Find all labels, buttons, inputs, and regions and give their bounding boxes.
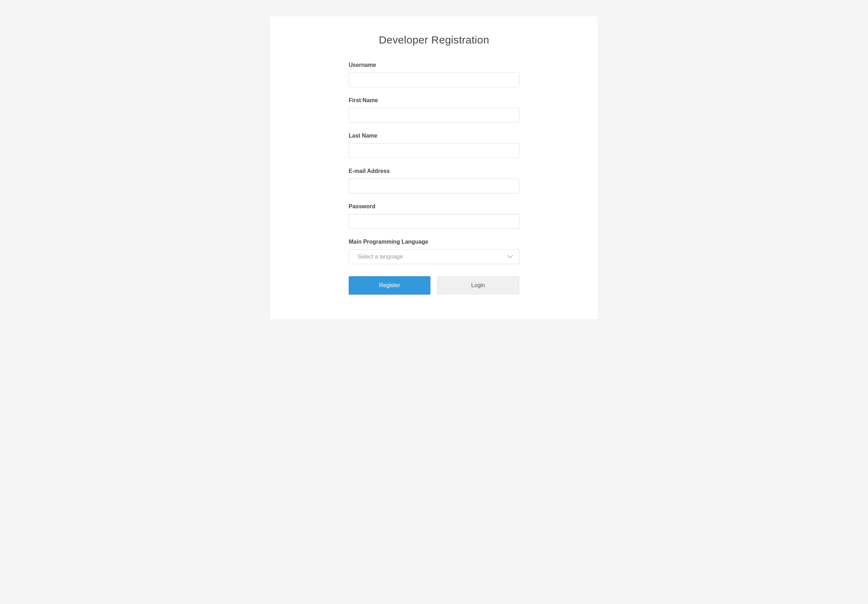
email-input[interactable]	[349, 179, 519, 193]
username-input[interactable]	[349, 73, 519, 87]
language-select[interactable]: Select a language	[349, 249, 519, 264]
password-input[interactable]	[349, 214, 519, 229]
button-row: Register Login	[349, 276, 519, 295]
registration-card: Developer Registration Username First Na…	[270, 16, 598, 320]
login-button[interactable]: Login	[437, 276, 519, 295]
register-button[interactable]: Register	[349, 276, 431, 295]
email-group: E-mail Address	[349, 168, 519, 193]
registration-form: Username First Name Last Name E-mail Add…	[349, 62, 519, 295]
page-title: Developer Registration	[270, 34, 598, 46]
first-name-input[interactable]	[349, 108, 519, 123]
password-label: Password	[349, 203, 519, 210]
language-select-wrapper: Select a language	[349, 249, 519, 264]
username-label: Username	[349, 62, 519, 68]
email-label: E-mail Address	[349, 168, 519, 175]
language-label: Main Programming Language	[349, 239, 519, 245]
last-name-group: Last Name	[349, 133, 519, 158]
last-name-label: Last Name	[349, 133, 519, 139]
first-name-label: First Name	[349, 97, 519, 103]
password-group: Password	[349, 203, 519, 229]
first-name-group: First Name	[349, 97, 519, 123]
last-name-input[interactable]	[349, 143, 519, 158]
username-group: Username	[349, 62, 519, 87]
language-group: Main Programming Language Select a langu…	[349, 239, 519, 264]
